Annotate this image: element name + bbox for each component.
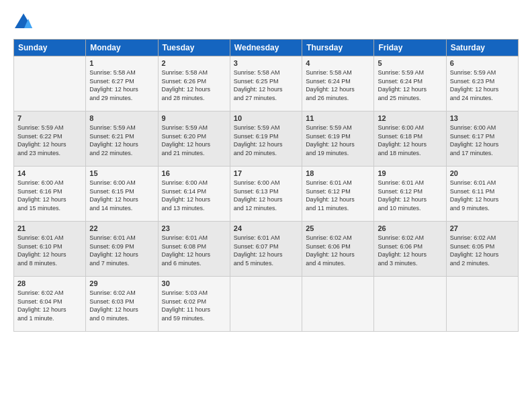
day-number: 19 bbox=[378, 169, 442, 177]
day-number: 30 bbox=[162, 279, 226, 287]
day-info: Sunrise: 6:01 AM Sunset: 6:07 PM Dayligh… bbox=[234, 234, 298, 267]
calendar-cell: 18Sunrise: 6:01 AM Sunset: 6:12 PM Dayli… bbox=[302, 167, 374, 222]
calendar-week-1: 1Sunrise: 5:58 AM Sunset: 6:27 PM Daylig… bbox=[14, 56, 519, 111]
day-number: 3 bbox=[234, 59, 298, 67]
calendar-cell: 9Sunrise: 5:59 AM Sunset: 6:20 PM Daylig… bbox=[158, 111, 230, 167]
day-info: Sunrise: 5:59 AM Sunset: 6:20 PM Dayligh… bbox=[162, 124, 226, 157]
day-number: 15 bbox=[89, 169, 154, 177]
day-info: Sunrise: 6:02 AM Sunset: 6:04 PM Dayligh… bbox=[17, 289, 82, 322]
day-number: 27 bbox=[450, 224, 515, 232]
day-number: 17 bbox=[234, 169, 298, 177]
day-info: Sunrise: 6:00 AM Sunset: 6:13 PM Dayligh… bbox=[234, 179, 298, 212]
day-number: 10 bbox=[234, 114, 298, 122]
calendar-cell: 28Sunrise: 6:02 AM Sunset: 6:04 PM Dayli… bbox=[14, 277, 86, 332]
day-number: 22 bbox=[89, 224, 154, 232]
calendar-cell: 13Sunrise: 6:00 AM Sunset: 6:17 PM Dayli… bbox=[446, 111, 518, 167]
day-info: Sunrise: 5:59 AM Sunset: 6:19 PM Dayligh… bbox=[234, 124, 298, 157]
calendar-cell bbox=[302, 277, 374, 332]
calendar-cell bbox=[374, 277, 446, 332]
calendar-cell: 7Sunrise: 5:59 AM Sunset: 6:22 PM Daylig… bbox=[14, 111, 86, 167]
header-cell-thursday: Thursday bbox=[302, 40, 374, 56]
calendar-cell: 30Sunrise: 5:03 AM Sunset: 6:02 PM Dayli… bbox=[158, 277, 230, 332]
day-info: Sunrise: 6:01 AM Sunset: 6:12 PM Dayligh… bbox=[306, 179, 370, 212]
calendar-cell: 15Sunrise: 6:00 AM Sunset: 6:15 PM Dayli… bbox=[86, 167, 158, 222]
day-number: 2 bbox=[162, 59, 226, 67]
calendar-cell bbox=[14, 56, 86, 111]
logo bbox=[13, 12, 35, 32]
calendar-cell: 23Sunrise: 6:01 AM Sunset: 6:08 PM Dayli… bbox=[158, 222, 230, 277]
day-info: Sunrise: 5:59 AM Sunset: 6:21 PM Dayligh… bbox=[89, 124, 154, 157]
calendar-week-2: 7Sunrise: 5:59 AM Sunset: 6:22 PM Daylig… bbox=[14, 111, 519, 167]
calendar-cell: 4Sunrise: 5:58 AM Sunset: 6:24 PM Daylig… bbox=[302, 56, 374, 111]
page-header bbox=[13, 12, 519, 32]
day-info: Sunrise: 6:01 AM Sunset: 6:09 PM Dayligh… bbox=[89, 234, 154, 267]
day-info: Sunrise: 6:00 AM Sunset: 6:15 PM Dayligh… bbox=[89, 179, 154, 212]
day-info: Sunrise: 6:01 AM Sunset: 6:10 PM Dayligh… bbox=[17, 234, 82, 267]
calendar-cell: 10Sunrise: 5:59 AM Sunset: 6:19 PM Dayli… bbox=[230, 111, 302, 167]
day-number: 7 bbox=[17, 114, 82, 122]
calendar-cell: 25Sunrise: 6:02 AM Sunset: 6:06 PM Dayli… bbox=[302, 222, 374, 277]
day-number: 13 bbox=[450, 114, 515, 122]
calendar-cell: 29Sunrise: 6:02 AM Sunset: 6:03 PM Dayli… bbox=[86, 277, 158, 332]
day-number: 25 bbox=[306, 224, 370, 232]
calendar-cell bbox=[446, 277, 518, 332]
calendar-cell bbox=[230, 277, 302, 332]
calendar-week-4: 21Sunrise: 6:01 AM Sunset: 6:10 PM Dayli… bbox=[14, 222, 519, 277]
day-number: 4 bbox=[306, 59, 370, 67]
day-number: 1 bbox=[89, 59, 154, 67]
day-number: 23 bbox=[162, 224, 226, 232]
header-cell-friday: Friday bbox=[374, 40, 446, 56]
calendar-cell: 8Sunrise: 5:59 AM Sunset: 6:21 PM Daylig… bbox=[86, 111, 158, 167]
day-info: Sunrise: 5:59 AM Sunset: 6:19 PM Dayligh… bbox=[306, 124, 370, 157]
day-info: Sunrise: 6:00 AM Sunset: 6:14 PM Dayligh… bbox=[162, 179, 226, 212]
calendar-header-row: SundayMondayTuesdayWednesdayThursdayFrid… bbox=[14, 40, 519, 56]
header-cell-wednesday: Wednesday bbox=[230, 40, 302, 56]
header-cell-tuesday: Tuesday bbox=[158, 40, 230, 56]
calendar-cell: 3Sunrise: 5:58 AM Sunset: 6:25 PM Daylig… bbox=[230, 56, 302, 111]
day-info: Sunrise: 5:58 AM Sunset: 6:24 PM Dayligh… bbox=[306, 68, 370, 102]
calendar-cell: 20Sunrise: 6:01 AM Sunset: 6:11 PM Dayli… bbox=[446, 167, 518, 222]
day-info: Sunrise: 6:02 AM Sunset: 6:06 PM Dayligh… bbox=[378, 234, 442, 267]
day-number: 9 bbox=[162, 114, 226, 122]
day-number: 5 bbox=[378, 59, 442, 67]
calendar-cell: 5Sunrise: 5:59 AM Sunset: 6:24 PM Daylig… bbox=[374, 56, 446, 111]
calendar-table: SundayMondayTuesdayWednesdayThursdayFrid… bbox=[13, 39, 519, 332]
day-number: 26 bbox=[378, 224, 442, 232]
day-info: Sunrise: 6:00 AM Sunset: 6:17 PM Dayligh… bbox=[450, 124, 515, 157]
calendar-cell: 27Sunrise: 6:02 AM Sunset: 6:05 PM Dayli… bbox=[446, 222, 518, 277]
calendar-cell: 26Sunrise: 6:02 AM Sunset: 6:06 PM Dayli… bbox=[374, 222, 446, 277]
day-info: Sunrise: 6:02 AM Sunset: 6:05 PM Dayligh… bbox=[450, 234, 515, 267]
calendar-week-3: 14Sunrise: 6:00 AM Sunset: 6:16 PM Dayli… bbox=[14, 167, 519, 222]
day-number: 28 bbox=[17, 279, 82, 287]
calendar-cell: 6Sunrise: 5:59 AM Sunset: 6:23 PM Daylig… bbox=[446, 56, 518, 111]
day-info: Sunrise: 6:02 AM Sunset: 6:03 PM Dayligh… bbox=[89, 289, 154, 322]
calendar-cell: 2Sunrise: 5:58 AM Sunset: 6:26 PM Daylig… bbox=[158, 56, 230, 111]
day-number: 29 bbox=[89, 279, 154, 287]
day-number: 20 bbox=[450, 169, 515, 177]
day-info: Sunrise: 5:59 AM Sunset: 6:23 PM Dayligh… bbox=[450, 68, 515, 102]
day-number: 18 bbox=[306, 169, 370, 177]
calendar-body: 1Sunrise: 5:58 AM Sunset: 6:27 PM Daylig… bbox=[14, 56, 519, 332]
calendar-week-5: 28Sunrise: 6:02 AM Sunset: 6:04 PM Dayli… bbox=[14, 277, 519, 332]
day-number: 6 bbox=[450, 59, 515, 67]
day-info: Sunrise: 5:59 AM Sunset: 6:22 PM Dayligh… bbox=[17, 124, 82, 157]
day-number: 21 bbox=[17, 224, 82, 232]
day-number: 24 bbox=[234, 224, 298, 232]
day-number: 14 bbox=[17, 169, 82, 177]
calendar-cell: 21Sunrise: 6:01 AM Sunset: 6:10 PM Dayli… bbox=[14, 222, 86, 277]
day-number: 11 bbox=[306, 114, 370, 122]
day-number: 8 bbox=[89, 114, 154, 122]
header-cell-monday: Monday bbox=[86, 40, 158, 56]
calendar-cell: 12Sunrise: 6:00 AM Sunset: 6:18 PM Dayli… bbox=[374, 111, 446, 167]
day-info: Sunrise: 6:01 AM Sunset: 6:08 PM Dayligh… bbox=[162, 234, 226, 267]
day-number: 16 bbox=[162, 169, 226, 177]
day-info: Sunrise: 6:02 AM Sunset: 6:06 PM Dayligh… bbox=[306, 234, 370, 267]
calendar-cell: 14Sunrise: 6:00 AM Sunset: 6:16 PM Dayli… bbox=[14, 167, 86, 222]
day-info: Sunrise: 5:59 AM Sunset: 6:24 PM Dayligh… bbox=[378, 68, 442, 102]
calendar-cell: 11Sunrise: 5:59 AM Sunset: 6:19 PM Dayli… bbox=[302, 111, 374, 167]
calendar-cell: 22Sunrise: 6:01 AM Sunset: 6:09 PM Dayli… bbox=[86, 222, 158, 277]
day-info: Sunrise: 5:58 AM Sunset: 6:25 PM Dayligh… bbox=[234, 68, 298, 102]
day-info: Sunrise: 5:03 AM Sunset: 6:02 PM Dayligh… bbox=[162, 289, 226, 322]
day-info: Sunrise: 5:58 AM Sunset: 6:26 PM Dayligh… bbox=[162, 68, 226, 102]
day-info: Sunrise: 6:01 AM Sunset: 6:11 PM Dayligh… bbox=[450, 179, 515, 212]
